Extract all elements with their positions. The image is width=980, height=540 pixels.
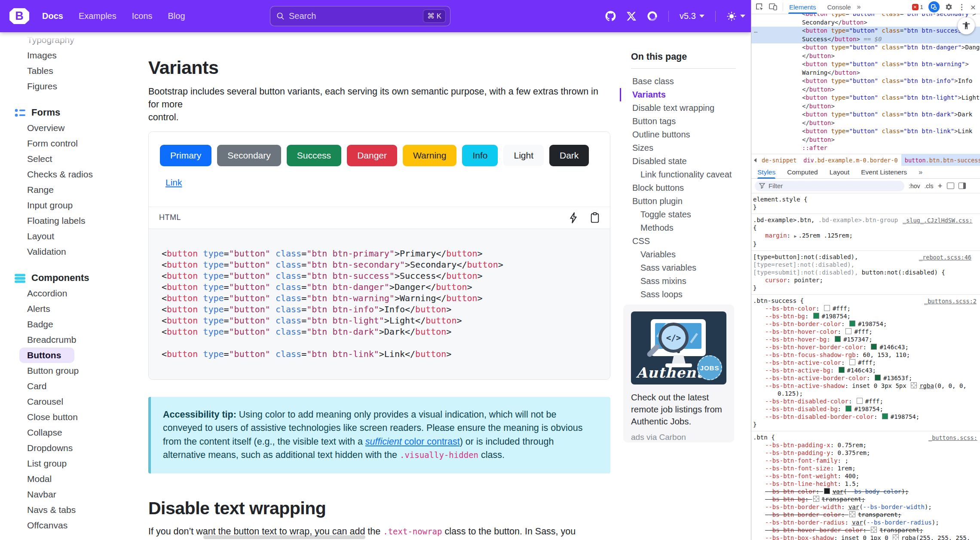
sidebar-item-navs-tabs[interactable]: Navs & tabs	[14, 502, 143, 518]
toc-item-button-plugin[interactable]: Button plugin	[620, 195, 749, 208]
color-swatch[interactable]	[849, 511, 855, 517]
sidebar-item-navbar[interactable]: Navbar	[14, 487, 143, 502]
css-property[interactable]: --bs-btn-disabled-border-color: #198754;	[753, 413, 980, 421]
dom-tree-row[interactable]: </button>	[751, 136, 980, 144]
breadcrumb-de-snippet[interactable]: de-snippet	[758, 154, 800, 166]
toc-item-base-class[interactable]: Base class	[620, 75, 749, 88]
dom-tree-row[interactable]: <button type="button" class="btn btn-dar…	[751, 110, 980, 119]
dom-tree-row[interactable]: </button>	[751, 102, 980, 111]
example-button-link[interactable]: Link	[160, 172, 188, 193]
navbar-link-blog[interactable]: Blog	[168, 11, 185, 21]
sidebar-item-button-group[interactable]: Button group	[14, 363, 143, 378]
css-property[interactable]: --bs-btn-line-height: 1.5;	[753, 480, 980, 488]
toc-item-sizes[interactable]: Sizes	[620, 141, 749, 155]
console-error-badge[interactable]: ✕ 1	[912, 4, 923, 10]
toc-item-link-functionality-caveat[interactable]: Link functionality caveat	[620, 168, 749, 181]
css-property[interactable]: --bs-btn-active-border-color: #13653f;	[753, 374, 980, 382]
css-property[interactable]: --bs-btn-active-shadow: inset 0 3px 5px …	[753, 382, 980, 397]
stylesheet-source-link[interactable]: _reboot.scss:46	[919, 253, 971, 261]
dom-tree-row[interactable]: …<button type="button" class="btn btn-su…	[751, 27, 980, 35]
sidebar-item-validation[interactable]: Validation	[14, 244, 143, 259]
ad-text[interactable]: Check out the latest remote job listings…	[631, 391, 726, 427]
css-selector[interactable]: {	[753, 224, 980, 232]
dom-tree-row[interactable]: Secondary</button>	[751, 18, 980, 27]
toc-item-outline-buttons[interactable]: Outline buttons	[620, 128, 749, 141]
css-property[interactable]: --bs-btn-active-bg: #146c43;	[753, 366, 980, 374]
css-property[interactable]: --bs-btn-font-size: 1rem;	[753, 464, 980, 472]
more-tabs-icon[interactable]: »	[857, 3, 861, 11]
css-property[interactable]: --bs-btn-hover-border-color: #146c43;	[753, 343, 980, 351]
dom-tree-row[interactable]: Warning</button>	[751, 69, 980, 77]
dom-tree-row[interactable]: </button>	[751, 119, 980, 128]
color-swatch[interactable]	[871, 527, 877, 533]
color-swatch[interactable]	[857, 398, 863, 404]
toggle-hover-state[interactable]: :hov	[909, 183, 920, 189]
dom-tree-row[interactable]: </button>	[751, 85, 980, 94]
toc-item-variables[interactable]: Variables	[620, 248, 749, 261]
color-swatch[interactable]	[849, 359, 855, 365]
color-swatch[interactable]	[875, 375, 881, 381]
close-devtools-icon[interactable]: ×	[971, 3, 976, 12]
color-swatch[interactable]	[813, 313, 819, 319]
devtools-tab-console[interactable]: Console	[827, 0, 852, 14]
toc-item-css[interactable]: CSS	[620, 235, 749, 248]
styles-tab-styles[interactable]: Styles	[757, 166, 775, 179]
example-button-primary[interactable]: Primary	[160, 145, 211, 166]
sidebar-item-list-group[interactable]: List group	[14, 456, 143, 471]
dom-tree-row[interactable]: <button type="button" class="btn btn-dan…	[751, 43, 980, 52]
toggle-classes[interactable]: .cls	[924, 183, 933, 189]
navbar-link-icons[interactable]: Icons	[132, 11, 153, 21]
breadcrumb-back-icon[interactable]	[754, 158, 756, 162]
color-swatch[interactable]	[871, 344, 877, 350]
color-swatch[interactable]	[824, 305, 830, 311]
inline-link[interactable]: sufficient	[365, 436, 402, 447]
sidebar-item-buttons[interactable]: Buttons	[19, 348, 74, 363]
sidebar-item-form-control[interactable]: Form control	[14, 136, 143, 151]
css-property[interactable]: --bs-btn-border-color: #198754;	[753, 320, 980, 328]
code-block[interactable]: <button type="button" class="btn btn-pri…	[149, 229, 610, 379]
toc-item-sass-mixins[interactable]: Sass mixins	[620, 275, 749, 288]
example-button-light[interactable]: Light	[503, 145, 544, 166]
theme-toggle[interactable]	[726, 11, 745, 21]
open-collective-icon[interactable]	[647, 11, 658, 21]
css-property[interactable]: --bs-btn-padding-y: 0.375rem;	[753, 449, 980, 457]
sidebar-item-badge[interactable]: Badge	[14, 317, 143, 332]
more-style-tabs-icon[interactable]: »	[919, 168, 922, 176]
dom-tree-row[interactable]: ::after	[751, 144, 980, 153]
css-property[interactable]: --bs-btn-disabled-bg: #198754;	[753, 405, 980, 413]
copy-code-icon[interactable]	[590, 212, 600, 223]
sidebar-group-components[interactable]: Components	[14, 270, 143, 286]
sidebar-item-offcanvas[interactable]: Offcanvas	[14, 518, 143, 533]
sidebar-item-dropdowns[interactable]: Dropdowns	[14, 440, 143, 456]
color-swatch[interactable]	[911, 382, 917, 388]
carbon-ad[interactable]: </> Authentic JOBS Check out the latest …	[623, 305, 734, 442]
sidebar-item-checks-radios[interactable]: Checks & radios	[14, 167, 143, 182]
toc-item-disabled-state[interactable]: Disabled state	[620, 155, 749, 168]
sidebar-item-overview[interactable]: Overview	[14, 120, 143, 136]
css-property[interactable]: --bs-btn-bg: transparent;	[753, 495, 980, 503]
color-swatch[interactable]	[849, 320, 855, 326]
sidebar-item-figures[interactable]: Figures	[14, 79, 143, 94]
css-property[interactable]: --bs-btn-padding-x: 0.75rem;	[753, 441, 980, 449]
version-dropdown[interactable]: v5.3	[680, 11, 704, 21]
accessibility-person-icon[interactable]	[958, 17, 975, 34]
example-button-success[interactable]: Success	[287, 145, 341, 166]
css-property[interactable]: --bs-btn-focus-shadow-rgb: 60, 153, 110;	[753, 351, 980, 359]
css-property[interactable]: --bs-btn-bg: #198754;	[753, 312, 980, 320]
dom-tree-row[interactable]: <button type="button" class="btn btn-sec…	[751, 14, 980, 18]
bootstrap-logo[interactable]: B	[9, 8, 29, 24]
sidebar-item-input-group[interactable]: Input group	[14, 198, 143, 213]
devtools-promo-icon[interactable]	[928, 1, 940, 12]
sidebar-item-floating-labels[interactable]: Floating labels	[14, 213, 143, 229]
dom-tree-row[interactable]: Success</button> == $0	[751, 35, 980, 44]
sidebar-item-close-button[interactable]: Close button	[14, 409, 143, 425]
css-property[interactable]: --bs-btn-color: var(--bs-body-color);	[753, 488, 980, 495]
inline-link[interactable]: color contrast	[402, 436, 460, 447]
color-swatch[interactable]	[824, 488, 830, 494]
search-input[interactable]: Search ⌘ K	[270, 6, 450, 26]
css-property[interactable]: --bs-btn-border-radius: var(--bs-border-…	[753, 519, 980, 526]
color-swatch[interactable]	[845, 328, 851, 334]
toc-item-sass-loops[interactable]: Sass loops	[620, 288, 749, 301]
devtools-tab-elements[interactable]: Elements	[788, 0, 817, 14]
css-selector[interactable]: [type=reset]:not(:disabled),	[753, 261, 980, 268]
